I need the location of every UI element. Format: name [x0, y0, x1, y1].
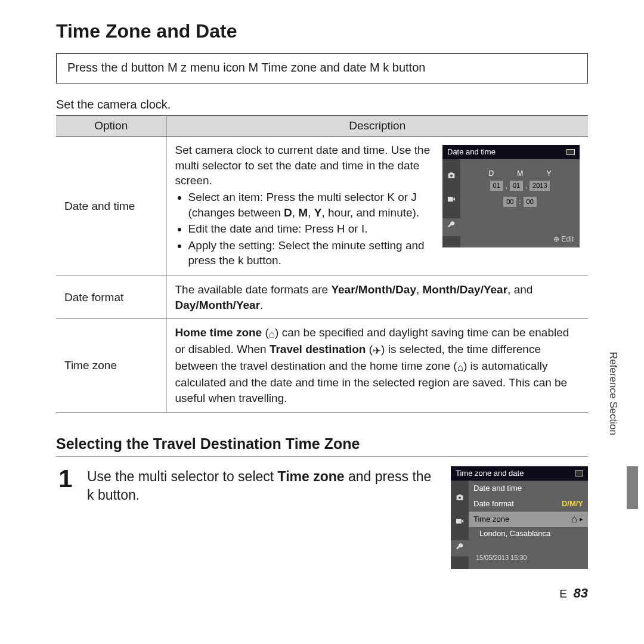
t: Time zone	[278, 469, 345, 484]
glyph-H: H	[337, 222, 345, 235]
step-text: Use the multi selector to select Time zo…	[87, 464, 439, 504]
t: (changes between	[188, 206, 284, 219]
t: Date and time	[473, 484, 522, 493]
dot: .	[506, 181, 507, 191]
t: .	[260, 299, 263, 311]
label-Y: Y	[546, 169, 551, 178]
home-icon: ⌂	[457, 362, 463, 373]
glyph-M: M	[370, 61, 380, 74]
table-row: Date format The available date formats a…	[56, 276, 588, 319]
camera-screen-date-time: Date and time D M	[442, 145, 580, 247]
camera-icon	[455, 493, 465, 504]
intro-text: Set the camera clock.	[56, 98, 588, 112]
t: London, Casablanca	[479, 529, 550, 538]
glyph-d: d	[121, 61, 128, 74]
glyph-k: k	[380, 61, 392, 74]
step-number: 1	[56, 466, 75, 491]
t: Select an item: Press the multi selector	[188, 191, 388, 203]
camera-screen-timezone-menu: Time zone and date Date and time Date fo…	[451, 466, 588, 569]
t: and press the	[345, 469, 432, 484]
t: Apply the setting: Select the minute set…	[188, 239, 425, 267]
page-number: E 83	[56, 586, 588, 601]
year-field[interactable]: 2013	[530, 181, 550, 191]
nav-text: button	[128, 61, 168, 74]
t: 83	[574, 586, 588, 600]
label-M: M	[517, 169, 523, 178]
label-D: D	[489, 169, 494, 178]
wrench-icon	[451, 540, 469, 556]
t: Home time zone	[175, 326, 262, 339]
t: Use the multi selector to select	[87, 469, 278, 484]
movie-icon	[447, 194, 456, 207]
nav-text: button	[392, 61, 426, 74]
table-row: Time zone Home time zone (⌂) can be spec…	[56, 319, 588, 412]
wrench-icon	[442, 218, 460, 236]
t: Time zone	[473, 515, 509, 524]
value: ⌂ ▸	[571, 513, 583, 525]
battery-icon	[566, 149, 575, 155]
glyph-M: M	[249, 61, 259, 74]
list-item: Edit the date and time: Press H or I.	[188, 221, 432, 237]
glyph-J: J	[411, 191, 417, 203]
menu-item-date-time[interactable]: Date and time	[469, 481, 588, 496]
edit-label: ⊕ Edit	[553, 234, 574, 244]
plane-icon: ✈	[373, 345, 381, 357]
t: button.	[243, 254, 281, 267]
t: D	[284, 206, 292, 219]
t: Date format	[473, 499, 514, 508]
hour-field[interactable]: 00	[503, 197, 516, 207]
side-tab	[627, 466, 638, 509]
t: Edit	[561, 235, 574, 243]
dot: .	[525, 181, 527, 191]
page-title: Time Zone and Date	[56, 20, 588, 42]
t: , and	[507, 283, 532, 296]
nav-text: menu icon	[190, 61, 249, 74]
t: (	[262, 326, 269, 339]
camera-icon	[447, 171, 456, 183]
nav-text: Time zone and date	[258, 61, 370, 74]
menu-item-time-zone[interactable]: Time zone ⌂ ▸	[469, 512, 588, 527]
t: Day/Month/Year	[175, 299, 261, 311]
t: or	[345, 222, 361, 235]
option-name: Date and time	[56, 137, 166, 276]
t: , hour, and minute).	[321, 206, 419, 219]
t: The available date formats are	[175, 283, 332, 296]
menu-item-date-format[interactable]: Date format D/M/Y	[469, 496, 588, 512]
t: M	[298, 206, 308, 219]
t: (	[366, 343, 373, 355]
screen-title-text: Date and time	[447, 147, 496, 157]
glyph-z: z	[178, 61, 190, 74]
list-item: Select an item: Press the multi selector…	[188, 190, 432, 220]
option-name: Time zone	[56, 319, 166, 412]
t: Month/Day/Year	[423, 283, 508, 296]
glyph-k: k	[87, 487, 94, 503]
value: D/M/Y	[562, 499, 583, 508]
glyph-k: k	[238, 254, 244, 267]
day-field[interactable]: 01	[490, 181, 503, 191]
desc-text: Set camera clock to current date and tim…	[175, 143, 432, 188]
option-description: The available date formats are Year/Mont…	[166, 276, 588, 319]
city-label: London, Casablanca	[469, 527, 588, 540]
movie-icon	[455, 516, 465, 528]
t: Travel destination	[270, 343, 366, 355]
options-table: Option Description Date and time Set cam…	[56, 115, 588, 413]
t: Y	[314, 206, 322, 219]
screen-footer-datetime: 15/05/2013 15:30	[469, 551, 588, 564]
table-row: Date and time Set camera clock to curren…	[56, 137, 588, 276]
home-icon: ⌂	[269, 329, 275, 340]
side-reference-label: Reference Section	[607, 352, 619, 435]
t: .	[364, 222, 367, 235]
minute-field[interactable]: 00	[524, 197, 537, 207]
t: E	[559, 587, 567, 600]
month-field[interactable]: 01	[510, 181, 523, 191]
t: Edit the date and time: Press	[188, 222, 337, 235]
option-description: Set camera clock to current date and tim…	[166, 137, 588, 276]
option-name: Date format	[56, 276, 166, 319]
table-head-description: Description	[166, 116, 588, 137]
list-item: Apply the setting: Select the minute set…	[188, 238, 432, 268]
t: ,	[416, 283, 423, 296]
screen-title-text: Time zone and date	[456, 469, 524, 478]
step-1: 1 Use the multi selector to select Time …	[56, 464, 588, 569]
colon: :	[519, 197, 521, 206]
chevron-right-icon: ▸	[580, 515, 583, 522]
